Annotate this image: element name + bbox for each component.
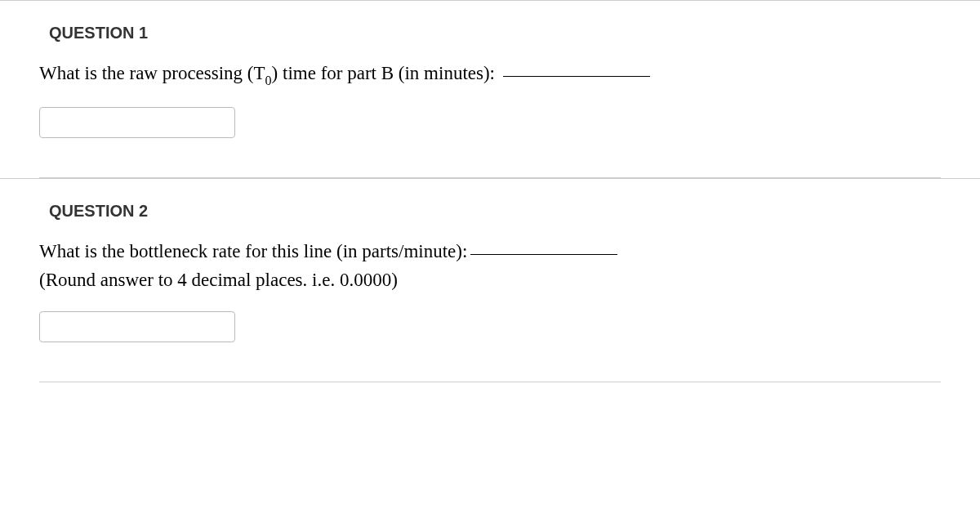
answer-input[interactable] [39, 107, 235, 138]
prompt-text-before: What is the raw processing (T [39, 63, 265, 83]
question-block-1: QUESTION 1 What is the raw processing (T… [0, 0, 980, 178]
question-header: QUESTION 1 [39, 20, 941, 59]
prompt-line2: (Round answer to 4 decimal places. i.e. … [39, 270, 398, 290]
question-prompt: What is the raw processing (T0) time for… [39, 59, 941, 104]
answer-blank-line [470, 254, 617, 255]
prompt-subscript: 0 [265, 74, 272, 87]
question-prompt: What is the bottleneck rate for this lin… [39, 237, 941, 308]
prompt-text-after: ) time for part B (in minutes): [272, 63, 500, 83]
answer-blank-line [503, 76, 650, 77]
prompt-text-before: What is the bottleneck rate for this lin… [39, 241, 467, 261]
question-block-2: QUESTION 2 What is the bottleneck rate f… [0, 178, 980, 382]
divider [39, 382, 941, 382]
question-inner: QUESTION 1 What is the raw processing (T… [0, 1, 980, 178]
question-inner: QUESTION 2 What is the bottleneck rate f… [0, 179, 980, 382]
question-header: QUESTION 2 [39, 199, 941, 237]
answer-input[interactable] [39, 311, 235, 342]
